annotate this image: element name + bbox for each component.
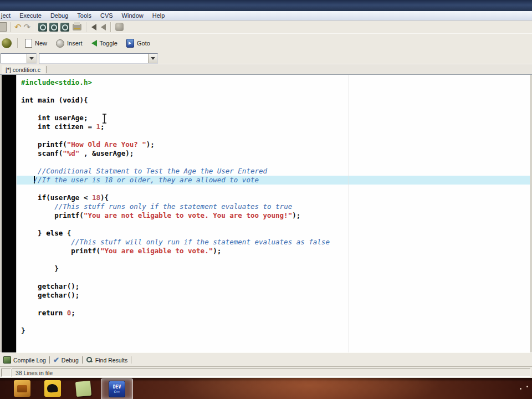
code-line[interactable]: getchar(); (21, 282, 530, 291)
tab-divider (131, 356, 131, 364)
code-line[interactable]: printf("You are not eligable to vote. Yo… (21, 211, 530, 220)
insert-button[interactable]: Insert (52, 37, 87, 50)
menu-item-cvs[interactable]: CVS (96, 12, 117, 19)
code-line[interactable]: #include<stdio.h> (21, 78, 530, 87)
profile-icon[interactable] (115, 23, 124, 31)
code-line[interactable]: //If the user is 18 or older, they are a… (21, 176, 530, 185)
code-line[interactable]: printf("You are eligable to vote."); (21, 247, 530, 255)
menu-item-execute[interactable]: Execute (15, 12, 46, 19)
code-editor[interactable]: #include<stdio.h>int main (void){ int us… (2, 75, 530, 353)
tab-label: Compile Log (13, 357, 46, 364)
code-line[interactable]: } (21, 264, 530, 273)
tab-divider (46, 66, 47, 73)
toolbar-separator (10, 22, 11, 32)
back-arrow-icon[interactable] (91, 24, 96, 30)
dev-icon-label: DEV (113, 385, 121, 390)
toolbar-separator (86, 22, 87, 32)
class-combo[interactable] (1, 53, 37, 64)
code-line[interactable]: if(userAge < 18){ (21, 193, 530, 202)
code-line[interactable]: } (21, 326, 530, 335)
editor-frame: #include<stdio.h>int main (void){ int us… (0, 74, 532, 353)
code-line[interactable] (21, 273, 530, 282)
button-label: New (35, 40, 47, 47)
tab-debug[interactable]: ✔ Debug (50, 356, 82, 364)
undo-icon[interactable]: ↶ (14, 23, 22, 31)
code-line[interactable]: int userAge; (21, 114, 530, 122)
code-line[interactable]: scanf("%d" , &userAge); (21, 149, 530, 158)
code-line[interactable]: int citizen = 1; (21, 122, 530, 131)
code-line[interactable] (21, 105, 530, 114)
ide-window: jectExecuteDebugToolsCVSWindowHelp ↶ ↷ N… (0, 0, 532, 399)
toolbar-separator (110, 22, 111, 32)
class-browser-bar (0, 52, 532, 64)
menu-item-window[interactable]: Window (117, 12, 148, 19)
taskbar-bird-app-icon[interactable] (44, 380, 61, 397)
code-line[interactable]: int main (void){ (21, 96, 530, 105)
menu-item-tools[interactable]: Tools (73, 12, 96, 19)
tab-condition-c[interactable]: [*] condition.c (2, 65, 45, 74)
code-line[interactable]: return 0; (21, 309, 530, 318)
print-icon[interactable] (73, 24, 81, 30)
toggle-button[interactable]: Toggle (87, 38, 122, 49)
taskbar-active-app-frame[interactable]: DEV C++ (101, 378, 133, 399)
code-line[interactable]: //Conditional Statment to Test the Age t… (21, 167, 530, 176)
code-line[interactable]: getchar(); (21, 291, 530, 300)
search-icon (86, 356, 93, 364)
taskbar-sticky-notes-icon[interactable] (75, 381, 91, 397)
code-line[interactable] (21, 158, 530, 167)
compile-status-icon[interactable] (2, 38, 12, 48)
find-next-icon[interactable] (49, 23, 58, 32)
chevron-down-icon[interactable] (148, 54, 157, 63)
find-icon[interactable] (38, 23, 47, 32)
code-line[interactable] (21, 255, 530, 264)
wallpaper-speck (520, 388, 521, 390)
new-page-icon (25, 39, 32, 48)
dev-cpp-taskbar-icon[interactable]: DEV C++ (109, 381, 125, 397)
tab-label: Debug (62, 357, 79, 364)
button-label: Insert (67, 40, 83, 47)
menu-item-project[interactable]: ject (0, 12, 15, 19)
toggle-arrow-icon (91, 40, 97, 47)
code-line[interactable] (21, 131, 530, 140)
button-label: Goto (137, 40, 150, 47)
status-line-count: 38 Lines in file (12, 369, 530, 377)
insert-icon (56, 39, 64, 48)
code-line[interactable] (21, 318, 530, 326)
code-area[interactable]: #include<stdio.h>int main (void){ int us… (21, 78, 530, 335)
status-panel-empty (1, 369, 11, 377)
tab-compile-log[interactable]: Compile Log (0, 356, 49, 364)
taskbar-app-icon[interactable] (14, 380, 30, 397)
compile-log-icon (3, 356, 11, 364)
code-line[interactable] (21, 220, 530, 229)
code-line[interactable]: printf("How Old Are You? "); (21, 140, 530, 149)
tab-find-results[interactable]: Find Results (83, 356, 131, 364)
wallpaper-speck (526, 386, 528, 387)
mouse-ibeam-cursor (101, 114, 108, 126)
toolbar-separator (17, 38, 18, 48)
toolbar-separator (34, 22, 35, 32)
new-bookmark-button[interactable]: New (21, 37, 52, 50)
goto-button[interactable]: Goto (122, 37, 155, 50)
status-bar: 38 Lines in file (0, 366, 532, 378)
button-label: Toggle (100, 40, 117, 47)
code-line[interactable]: //This stuff runs only if the statement … (21, 202, 530, 211)
member-combo[interactable] (39, 53, 158, 64)
checkmark-icon: ✔ (53, 356, 59, 364)
code-line[interactable]: } else { (21, 229, 530, 238)
main-toolbar: ↶ ↷ (0, 21, 532, 33)
menu-item-debug[interactable]: Debug (46, 12, 73, 19)
redo-icon[interactable]: ↷ (24, 23, 31, 31)
replace-icon[interactable] (60, 23, 69, 32)
code-line[interactable] (21, 87, 530, 96)
bottom-panel-tabs: Compile Log ✔ Debug Find Results (0, 352, 532, 367)
tab-label: Find Results (95, 357, 127, 364)
code-line[interactable]: //This stuff will only run if the statem… (21, 238, 530, 247)
title-bar (0, 0, 532, 11)
code-line[interactable] (21, 185, 530, 193)
back-arrow-icon[interactable] (101, 24, 106, 30)
menu-item-help[interactable]: Help (148, 12, 170, 19)
goto-icon (126, 39, 134, 48)
clipped-toolbar-icon[interactable] (0, 22, 7, 32)
chevron-down-icon[interactable] (27, 54, 36, 63)
code-line[interactable] (21, 300, 530, 309)
